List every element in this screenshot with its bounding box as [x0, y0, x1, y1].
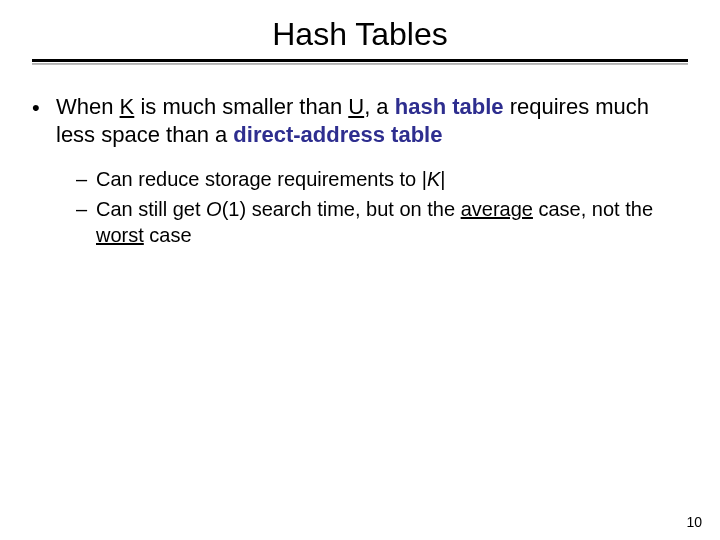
symbol-k: K — [427, 168, 440, 190]
title-divider — [32, 59, 688, 67]
sub-bullet-text: Can still get O(1) search time, but on t… — [96, 197, 688, 248]
sub-bullet-text: Can reduce storage requirements to |K| — [96, 167, 688, 193]
text-segment: (1) search time, but on the — [222, 198, 461, 220]
slide-title: Hash Tables — [32, 16, 688, 53]
text-segment: Can still get — [96, 198, 206, 220]
main-bullet: • When K is much smaller than U, a hash … — [32, 93, 688, 149]
text-segment: | — [440, 168, 445, 190]
symbol-u: U — [348, 94, 364, 119]
bullet-dot-icon: • — [32, 93, 56, 149]
term-worst: worst — [96, 224, 144, 246]
text-segment: When — [56, 94, 120, 119]
slide: Hash Tables • When K is much smaller tha… — [0, 0, 720, 540]
term-hash-table: hash table — [395, 94, 504, 119]
slide-content: • When K is much smaller than U, a hash … — [32, 93, 688, 248]
text-segment: case, not the — [533, 198, 653, 220]
text-segment: case — [144, 224, 192, 246]
sub-bullet: – Can reduce storage requirements to |K| — [76, 167, 688, 193]
text-segment: , a — [364, 94, 395, 119]
text-segment: Can reduce storage requirements to | — [96, 168, 427, 190]
main-bullet-text: When K is much smaller than U, a hash ta… — [56, 93, 688, 149]
text-segment: is much smaller than — [134, 94, 348, 119]
page-number: 10 — [686, 514, 702, 530]
sub-bullet-list: – Can reduce storage requirements to |K|… — [76, 167, 688, 248]
term-average: average — [461, 198, 533, 220]
symbol-o: O — [206, 198, 222, 220]
dash-icon: – — [76, 167, 96, 193]
symbol-k: K — [120, 94, 135, 119]
dash-icon: – — [76, 197, 96, 248]
sub-bullet: – Can still get O(1) search time, but on… — [76, 197, 688, 248]
term-direct-address-table: direct-address table — [233, 122, 442, 147]
